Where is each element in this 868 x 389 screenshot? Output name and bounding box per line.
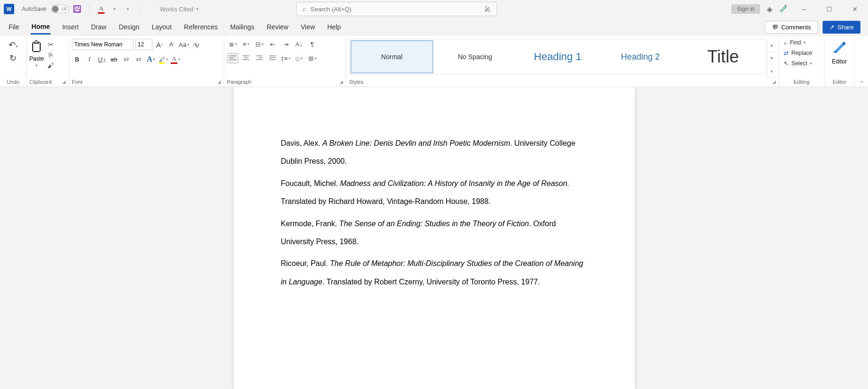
select-label: Select: [791, 60, 807, 67]
style-heading-2[interactable]: Heading 2: [599, 40, 681, 73]
citation-author: Foucault, Michel.: [281, 179, 340, 187]
grow-font-button[interactable]: A^: [154, 39, 165, 50]
svg-rect-2: [75, 9, 79, 12]
group-label-clipboard: Clipboard: [29, 79, 52, 85]
style-no-spacing[interactable]: No Spacing: [434, 40, 516, 73]
change-case-button[interactable]: Aa: [179, 39, 189, 50]
dialog-launcher-icon[interactable]: ◢: [772, 80, 776, 84]
styles-expand[interactable]: ▾: [768, 65, 776, 78]
citation-rest: Translated by Richard Howard, Vintage-Ra…: [281, 197, 491, 205]
autosave-toggle[interactable]: Off: [51, 5, 69, 13]
dialog-launcher-icon[interactable]: ◢: [62, 80, 66, 84]
tab-view[interactable]: View: [300, 20, 316, 34]
style-title[interactable]: Title: [682, 40, 764, 73]
qat-dropdown-icon[interactable]: ▾: [109, 4, 120, 14]
citation-author: Kermode, Frank.: [281, 220, 340, 228]
search-input[interactable]: [311, 6, 484, 13]
citation-title: The Sense of an Ending: Studies in the T…: [339, 220, 529, 228]
styles-gallery: Normal No Spacing Heading 1 Heading 2 Ti…: [349, 39, 765, 75]
style-normal[interactable]: Normal: [351, 40, 433, 73]
align-center-button[interactable]: [240, 53, 252, 63]
qat-customize-icon[interactable]: ▾: [123, 4, 133, 14]
microphone-icon[interactable]: 🎤︎: [484, 5, 491, 13]
tab-references[interactable]: References: [183, 20, 219, 34]
page[interactable]: Davis, Alex. A Broken Line: Denis Devlin…: [234, 87, 635, 389]
increase-indent-button[interactable]: ⇥: [280, 39, 291, 49]
editor-button[interactable]: Editor: [827, 38, 851, 78]
maximize-button[interactable]: ☐: [820, 2, 839, 16]
decrease-indent-button[interactable]: ⇤: [267, 39, 278, 49]
sign-in-button[interactable]: Sign in: [731, 4, 760, 14]
clear-format-button[interactable]: A𝜌: [191, 39, 202, 50]
comment-icon: 💬︎: [772, 24, 778, 31]
find-button[interactable]: ⌕Find▾: [782, 39, 808, 46]
toggle-knob: [52, 6, 59, 12]
chevron-down-icon: ▾: [196, 7, 199, 11]
styles-scroll-down[interactable]: ▼: [768, 52, 776, 65]
shading-button[interactable]: ◇: [293, 53, 305, 63]
show-marks-button[interactable]: ¶: [307, 39, 318, 49]
document-area[interactable]: Davis, Alex. A Broken Line: Denis Devlin…: [0, 87, 868, 389]
subscript-button[interactable]: x2: [121, 54, 132, 64]
group-label-editor: Editor: [827, 78, 851, 86]
bullets-button[interactable]: ≣: [227, 39, 238, 49]
tab-draw[interactable]: Draw: [90, 20, 107, 34]
sort-button[interactable]: A↓: [293, 39, 305, 49]
font-size-select[interactable]: [135, 39, 152, 50]
search-box[interactable]: ⌕ 🎤︎: [296, 2, 497, 16]
select-button[interactable]: ↖Select▾: [782, 60, 814, 67]
align-right-button[interactable]: [254, 53, 265, 63]
tab-home[interactable]: Home: [31, 20, 51, 35]
tab-layout[interactable]: Layout: [151, 20, 173, 34]
group-label-undo: Undo: [3, 78, 23, 86]
word-app-icon: W: [4, 4, 14, 14]
superscript-button[interactable]: x2: [133, 54, 144, 64]
tab-mailings[interactable]: Mailings: [229, 20, 255, 34]
strikethrough-button[interactable]: ab: [109, 54, 119, 64]
multilevel-button[interactable]: ⊟: [254, 39, 265, 49]
text-effects-button[interactable]: A: [146, 54, 156, 64]
dialog-launcher-icon[interactable]: ◢: [340, 80, 343, 84]
tab-review[interactable]: Review: [266, 20, 289, 34]
font-color-button[interactable]: A: [170, 54, 181, 64]
styles-scroll-up[interactable]: ▲: [768, 39, 776, 52]
justify-button[interactable]: [267, 53, 278, 63]
copy-icon[interactable]: ⎘: [46, 51, 55, 59]
undo-button[interactable]: ↶▾: [9, 40, 18, 50]
minimize-button[interactable]: ─: [794, 2, 813, 16]
collapse-ribbon-button[interactable]: ⌄: [855, 36, 868, 87]
dialog-launcher-icon[interactable]: ◢: [218, 80, 221, 84]
line-spacing-button[interactable]: ‡≡: [280, 53, 291, 63]
redo-button[interactable]: ↻: [9, 53, 17, 63]
underline-button[interactable]: U: [96, 54, 107, 64]
highlight-button[interactable]: 🖊︎: [158, 54, 168, 64]
shrink-font-button[interactable]: Aˇ: [167, 39, 177, 50]
cut-icon[interactable]: ✂︎: [46, 41, 55, 48]
borders-button[interactable]: ⊞: [307, 53, 318, 63]
paste-button[interactable]: 📋︎ Paste ▾: [29, 39, 44, 68]
align-left-button[interactable]: [227, 53, 238, 63]
bold-button[interactable]: B: [72, 54, 82, 64]
font-color-qat[interactable]: A: [96, 4, 106, 14]
tab-insert[interactable]: Insert: [61, 20, 79, 34]
format-painter-icon[interactable]: 🖌︎: [46, 62, 55, 69]
tab-design[interactable]: Design: [118, 20, 140, 34]
italic-button[interactable]: I: [84, 54, 95, 64]
find-icon: ⌕: [784, 39, 787, 46]
group-clipboard: 📋︎ Paste ▾ ✂︎ ⎘ 🖌︎ Clipboard◢: [26, 36, 69, 87]
replace-button[interactable]: ⇄Replace: [782, 49, 814, 57]
font-name-select[interactable]: [72, 39, 133, 50]
close-button[interactable]: ✕: [845, 2, 864, 16]
editor-label: Editor: [832, 58, 847, 65]
pen-icon[interactable]: [779, 4, 788, 14]
numbering-button[interactable]: ≡: [240, 39, 252, 49]
style-heading-1[interactable]: Heading 1: [517, 40, 599, 73]
diamond-icon[interactable]: ◈: [767, 5, 772, 14]
save-icon[interactable]: [72, 4, 82, 14]
share-button[interactable]: ↗ Share: [823, 21, 860, 34]
comments-button[interactable]: 💬︎ Comments: [765, 21, 818, 34]
document-title[interactable]: Works Cited ▾: [160, 6, 199, 13]
document-name: Works Cited: [160, 6, 193, 13]
tab-file[interactable]: File: [8, 20, 20, 34]
tab-help[interactable]: Help: [326, 20, 342, 34]
